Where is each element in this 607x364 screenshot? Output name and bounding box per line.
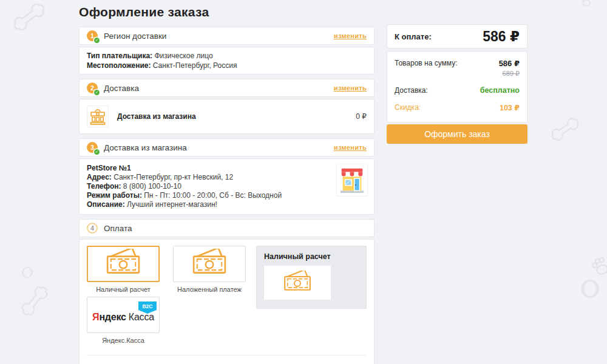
step-4-badge: 4 [87, 223, 98, 234]
yandex-logo-letter: Я [92, 312, 99, 322]
payment-option-yandex[interactable]: B2C ЯндексКасса Яндекс.Касса [87, 297, 160, 344]
payment-tile-cash[interactable] [87, 246, 160, 282]
section-payment: 4 Оплата [79, 219, 375, 364]
section-delivery-header: 2 ✓ Доставка изменить [79, 79, 375, 97]
storefront-image [336, 164, 368, 197]
summary-details-card: Товаров на сумму: 586 ₽ 689 ₽ Доставка: … [387, 51, 527, 123]
tennis-ball-icon [582, 281, 599, 297]
store-name: PetStore №1 [87, 164, 331, 173]
payment-option-label: Наложенный платеж [177, 286, 242, 293]
section-delivery: 2 ✓ Доставка изменить [79, 79, 375, 134]
store-phone-row: Телефон: 8 (800) 100-10-10 [87, 182, 331, 191]
delivery-cost-row: Доставка: бесплатно [395, 86, 520, 95]
step-number: 4 [90, 225, 94, 232]
step-number: 3 [90, 144, 94, 151]
delivery-method-label: Доставка из магазина [117, 112, 196, 121]
section-region-body: Тип плательщика: Физическое лицо Местопо… [79, 47, 375, 75]
region-change-link[interactable]: изменить [334, 32, 367, 39]
payment-option-cod[interactable]: Наложенный платеж [173, 246, 246, 293]
money-icon [101, 249, 145, 279]
payment-option-label: Наличный расчет [96, 286, 151, 293]
section-payment-title: Оплата [104, 224, 132, 233]
section-pickup-title: Доставка из магазина [104, 143, 187, 152]
pickup-change-link[interactable]: изменить [334, 144, 367, 151]
step-number: 1 [90, 33, 94, 39]
section-payment-header: 4 Оплата [79, 219, 375, 237]
store-details: PetStore №1 Адрес: Санкт-Петербург, пр-к… [87, 164, 331, 209]
checkout-button[interactable]: Оформить заказ [387, 124, 527, 144]
checkout-main-column: Оформление заказа 1 ✓ Регион доставки из… [79, 0, 375, 364]
divider [87, 355, 367, 356]
money-icon [188, 249, 231, 279]
selected-payment-preview [264, 266, 331, 300]
section-region-title: Регион доставки [104, 32, 166, 41]
payment-option-label: Яндекс.Касса [102, 337, 144, 344]
items-sum-label: Товаров на сумму: [395, 59, 458, 67]
payment-tile-cod[interactable] [173, 246, 246, 282]
money-icon [280, 271, 315, 295]
paw-icon [581, 0, 590, 6]
location-row: Местоположение: Санкт-Петербург, Россия [87, 61, 367, 70]
section-payment-body: Наличный расчет [79, 239, 375, 364]
payment-tile-yandex[interactable]: B2C ЯндексКасса [87, 297, 160, 333]
step-2-badge: 2 ✓ [87, 83, 98, 93]
items-sum-old-value: 689 ₽ [503, 70, 520, 78]
payer-type-value: Физическое лицо [152, 52, 212, 60]
delivery-change-link[interactable]: изменить [334, 84, 367, 92]
payment-option-cash[interactable]: Наличный расчет [87, 246, 160, 293]
selected-payment-info: Наличный расчет [256, 246, 367, 309]
discount-row: Скидка: 103 ₽ [395, 103, 520, 112]
payer-type-label: Тип плательщика: [87, 52, 152, 60]
checkout-page: Оформление заказа 1 ✓ Регион доставки из… [0, 0, 607, 364]
selected-payment-title: Наличный расчет [264, 252, 359, 261]
step-3-badge: 3 ✓ [87, 142, 98, 153]
check-icon: ✓ [94, 149, 100, 155]
order-summary: К оплате: 586 ₽ Товаров на сумму: 586 ₽ … [387, 24, 527, 144]
shop-outline-icon [87, 106, 109, 127]
check-icon: ✓ [94, 38, 100, 43]
store-address-row: Адрес: Санкт-Петербург, пр-кт Невский, 1… [87, 173, 331, 182]
paw-icon [591, 257, 607, 276]
step-1-badge: 1 ✓ [87, 30, 98, 41]
step-number: 2 [90, 85, 94, 92]
discount-label: Скидка: [395, 103, 421, 112]
yandex-kassa-logo: B2C ЯндексКасса [92, 312, 154, 323]
delivery-method-row[interactable]: Доставка из магазина 0 ₽ [87, 103, 367, 130]
delivery-cost-label: Доставка: [395, 86, 428, 95]
total-value: 586 ₽ [483, 29, 520, 45]
bone-icon [19, 284, 50, 318]
payment-options: Наличный расчет [87, 246, 252, 348]
section-delivery-body: Доставка из магазина 0 ₽ [79, 99, 375, 134]
bone-icon [12, 1, 47, 33]
total-card: К оплате: 586 ₽ [387, 24, 527, 49]
bone-icon [549, 116, 580, 143]
section-pickup: 3 ✓ Доставка из магазина изменить PetSto… [79, 138, 375, 215]
discount-value: 103 ₽ [500, 103, 520, 112]
section-delivery-title: Доставка [104, 84, 139, 93]
check-icon: ✓ [94, 90, 100, 95]
tennis-ball-icon [22, 268, 33, 278]
payer-type-row: Тип плательщика: Физическое лицо [87, 51, 367, 61]
items-sum-row: Товаров на сумму: 586 ₽ 689 ₽ [395, 59, 520, 78]
location-value: Санкт-Петербург, Россия [151, 61, 237, 70]
store-hours-row: Режим работы: Пн - Пт: 10:00 - 20:00, Сб… [87, 191, 331, 200]
total-label: К оплате: [395, 32, 432, 41]
page-title: Оформление заказа [79, 5, 375, 19]
section-pickup-header: 3 ✓ Доставка из магазина изменить [79, 138, 375, 157]
section-pickup-body: PetStore №1 Адрес: Санкт-Петербург, пр-к… [79, 158, 375, 215]
location-label: Местоположение: [87, 61, 151, 70]
section-region-header: 1 ✓ Регион доставки изменить [79, 27, 375, 45]
delivery-price: 0 ₽ [356, 112, 367, 121]
items-sum-value: 586 ₽ [499, 59, 520, 68]
store-description-row: Описание: Лучший интернет-магазин! [87, 200, 331, 209]
section-region: 1 ✓ Регион доставки изменить Тип платель… [79, 27, 375, 75]
delivery-cost-value: бесплатно [480, 86, 520, 95]
